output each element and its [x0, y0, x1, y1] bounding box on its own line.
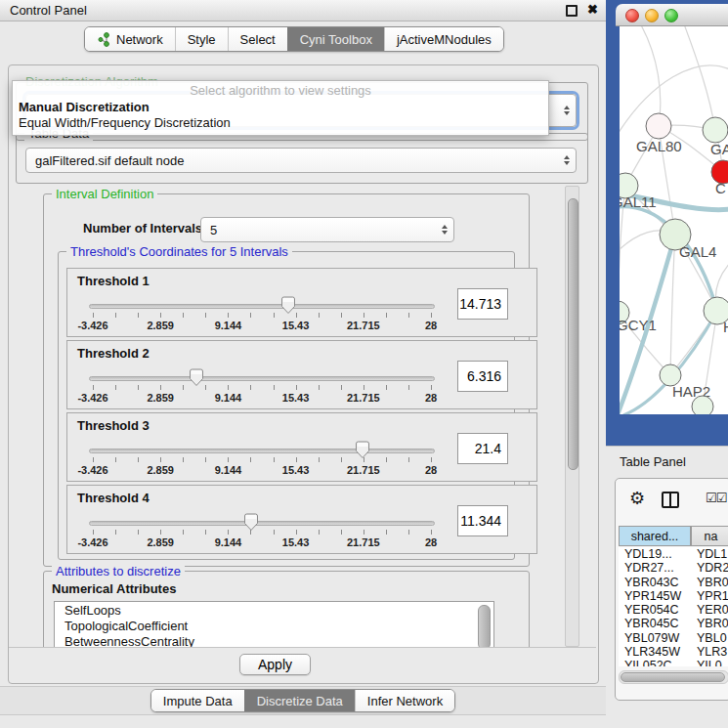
split-columns-icon[interactable]	[662, 492, 679, 508]
slider-tick	[115, 530, 116, 535]
vertical-scrollbar[interactable]	[565, 186, 579, 647]
tick-label: 15.43	[282, 464, 310, 476]
table-row[interactable]: YBR043CYBR0	[619, 576, 728, 589]
slider-tick	[341, 313, 342, 318]
bottom-tab-bar: Impute DataDiscretize DataInfer Network	[150, 689, 455, 712]
slider-tick	[205, 385, 206, 390]
minimize-traffic-light-icon[interactable]	[645, 9, 659, 22]
algorithm-option-manual[interactable]: Manual Discretization	[13, 100, 548, 115]
network-node[interactable]	[692, 396, 713, 414]
column-header-name[interactable]: na	[691, 526, 728, 546]
list-scrollbar[interactable]	[478, 605, 491, 648]
tab-impute-data[interactable]: Impute Data	[151, 690, 244, 711]
table-data-combobox[interactable]: galFiltered.sif default node	[25, 148, 577, 173]
slider-tick	[205, 530, 206, 535]
zoom-traffic-light-icon[interactable]	[664, 9, 678, 22]
algorithm-prompt-option[interactable]: Select algorithm to view settings	[13, 81, 548, 100]
settings-scroll-area: Interval Definition Number of Intervals …	[8, 186, 565, 648]
number-of-intervals-combobox[interactable]: 5	[200, 217, 454, 242]
slider-tick	[274, 385, 275, 390]
cell-shared-name: YBR043C	[619, 576, 691, 589]
slider-tick	[250, 385, 251, 390]
interval-definition-title: Interval Definition	[52, 187, 157, 201]
close-traffic-light-icon[interactable]	[625, 9, 639, 22]
number-of-intervals-label: Number of Intervals	[83, 221, 202, 236]
slider-tick-labels: -3.4262.8599.14415.4321.71528	[93, 464, 431, 476]
slider-tick	[296, 313, 297, 318]
threshold-value-field[interactable]	[457, 361, 508, 392]
float-window-icon[interactable]	[566, 5, 578, 17]
attribute-list-item[interactable]: BetweennessCentrality	[55, 634, 493, 648]
threshold-value-field[interactable]	[457, 433, 508, 464]
h-scrollbar-thumb[interactable]	[621, 672, 725, 682]
horizontal-scrollbar[interactable]	[619, 670, 728, 684]
cell-shared-name: YBR045C	[619, 617, 691, 630]
slider-tick	[319, 385, 320, 390]
slider-tick	[341, 457, 342, 462]
attribute-list-item[interactable]: TopologicalCoefficient	[55, 619, 493, 634]
network-canvas[interactable]: GAL80GACGAL11GAL4GCY1HHAP2	[620, 26, 728, 414]
threshold-slider[interactable]: -3.4262.8599.14415.4321.71528	[67, 269, 458, 338]
tab-discretize-data[interactable]: Discretize Data	[244, 690, 355, 711]
table-row[interactable]: YBL079WYBL0	[619, 631, 728, 645]
table-row[interactable]: YER054CYER0	[619, 603, 728, 617]
threshold-slider[interactable]: -3.4262.8599.14415.4321.71528	[67, 413, 458, 483]
thresholds-group-title: Threshold's Coordinates for 5 Intervals	[66, 244, 292, 259]
tab-style[interactable]: Style	[175, 27, 228, 51]
algorithm-option-equal-width[interactable]: Equal Width/Frequency Discretization	[13, 115, 548, 131]
combo-stepper-icon	[564, 106, 570, 115]
tab-infer-network[interactable]: Infer Network	[355, 690, 454, 711]
table-row[interactable]: YDR27...YDR2	[619, 561, 728, 575]
slider-tick	[408, 313, 409, 318]
slider-ticks	[93, 313, 431, 318]
slider-tick	[431, 385, 432, 390]
tick-label: -3.426	[77, 320, 107, 331]
tick-label: 2.859	[147, 320, 174, 331]
threshold-slider[interactable]: -3.4262.8599.14415.4321.71528	[67, 341, 458, 410]
slider-tick-labels: -3.4262.8599.14415.4321.71528	[93, 320, 431, 331]
tab-cyni-toolbox[interactable]: Cyni Toolbox	[287, 27, 384, 51]
table-row[interactable]: YLR345WYLR3	[619, 645, 728, 659]
network-node[interactable]	[646, 113, 671, 139]
select-columns-icon[interactable]: ☑☑	[706, 491, 726, 505]
top-tab-bar: NetworkStyleSelectCyni ToolboxjActiveMNo…	[84, 26, 504, 52]
tick-label: 28	[425, 464, 437, 476]
slider-handle[interactable]	[189, 368, 204, 386]
slider-ticks	[93, 457, 431, 462]
table-row[interactable]: YBR045CYBR0	[619, 617, 728, 630]
threshold-value-field[interactable]	[457, 505, 508, 536]
tab-network[interactable]: Network	[85, 27, 175, 51]
attribute-list-item[interactable]: SelfLoops	[55, 603, 493, 619]
slider-handle[interactable]	[355, 441, 370, 458]
number-of-intervals-value: 5	[210, 223, 217, 237]
slider-handle[interactable]	[243, 513, 259, 531]
scrollbar-thumb[interactable]	[568, 198, 578, 470]
network-node[interactable]	[703, 117, 728, 143]
slider-tick	[408, 385, 409, 390]
slider-tick	[160, 313, 161, 318]
tab-jactivemnodules[interactable]: jActiveMNodules	[384, 27, 503, 51]
node-label: GCY1	[620, 317, 657, 333]
tab-label: Select	[240, 32, 276, 47]
threshold-value-field[interactable]	[457, 288, 508, 320]
settings-gear-icon[interactable]: ⚙	[629, 488, 645, 509]
table-row[interactable]: YDL19...YDL1	[619, 547, 728, 561]
tick-label: 21.715	[347, 392, 380, 404]
threshold-slider[interactable]: -3.4262.8599.14415.4321.71528	[67, 486, 458, 555]
tab-select[interactable]: Select	[228, 27, 287, 51]
cell-shared-name: YER054C	[619, 603, 691, 617]
close-icon[interactable]: ✖	[587, 2, 598, 17]
numerical-attributes-list[interactable]: SelfLoopsTopologicalCoefficientBetweenne…	[54, 601, 494, 648]
tick-label: 15.43	[282, 536, 310, 548]
slider-tick	[93, 457, 94, 462]
table-row[interactable]: YPR145WYPR1	[619, 589, 728, 603]
slider-handle[interactable]	[280, 296, 296, 314]
network-window: GAL80GACGAL11GAL4GCY1HHAP2	[606, 0, 728, 446]
slider-tick	[296, 530, 297, 535]
column-header-shared-name[interactable]: shared...	[619, 526, 691, 546]
slider-tick	[319, 313, 320, 318]
apply-button[interactable]: Apply	[239, 654, 311, 675]
table-row[interactable]: YIL052CYIL0	[619, 659, 728, 666]
cell-name: YIL0	[691, 659, 728, 666]
slider-tick	[296, 457, 297, 462]
